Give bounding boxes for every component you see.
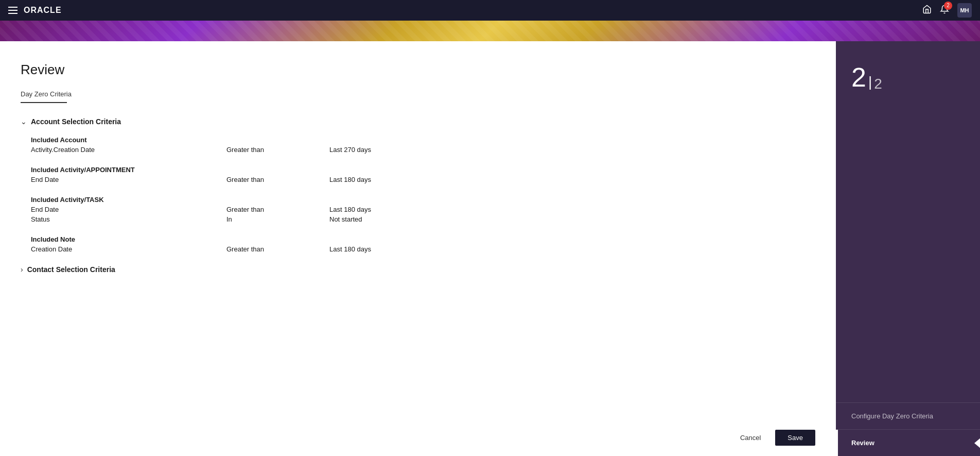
sidebar-item-label: Configure Day Zero Criteria [851, 412, 933, 420]
step-divider: | [868, 74, 872, 90]
included-note-title: Included Note [31, 235, 815, 243]
nav-right: 2 MH [922, 3, 972, 18]
account-criteria-rows: Included Account Activity.Creation Date … [21, 136, 815, 253]
active-arrow-indicator [974, 438, 980, 448]
chevron-down-icon: ⌄ [21, 117, 27, 126]
criteria-operator: Greater than [226, 176, 329, 183]
oracle-logo: ORACLE [24, 6, 62, 15]
included-appointment-title: Included Activity/APPOINTMENT [31, 166, 815, 174]
contact-criteria-title: Contact Selection Criteria [27, 265, 115, 274]
section-label: Day Zero Criteria [21, 90, 815, 98]
criteria-operator: In [226, 215, 329, 223]
account-criteria-title: Account Selection Criteria [31, 117, 121, 126]
criteria-field: End Date [31, 206, 226, 213]
table-row: Creation Date Greater than Last 180 days [31, 245, 815, 253]
main-layout: Review Day Zero Criteria ⌄ Account Selec… [0, 41, 980, 456]
home-icon[interactable] [922, 5, 932, 16]
criteria-value: Not started [329, 215, 815, 223]
footer-buttons: Cancel Save [732, 430, 815, 446]
included-task-group: Included Activity/TASK End Date Greater … [31, 196, 815, 223]
criteria-operator: Greater than [226, 245, 329, 253]
included-task-title: Included Activity/TASK [31, 196, 815, 204]
page-title: Review [21, 62, 815, 78]
right-sidebar: 2|2 Configure Day Zero Criteria Review [836, 41, 980, 456]
notifications-icon[interactable]: 2 [940, 5, 949, 16]
section-underline [21, 102, 67, 103]
criteria-operator: Greater than [226, 206, 329, 213]
criteria-value: Last 270 days [329, 146, 815, 154]
account-criteria-section: ⌄ Account Selection Criteria Included Ac… [21, 117, 815, 253]
sidebar-spacer [836, 103, 980, 402]
table-row: End Date Greater than Last 180 days [31, 206, 815, 213]
sidebar-item-label: Review [851, 439, 874, 447]
sidebar-item-review[interactable]: Review [836, 429, 980, 456]
criteria-operator: Greater than [226, 146, 329, 154]
criteria-value: Last 180 days [329, 206, 815, 213]
user-avatar[interactable]: MH [957, 3, 972, 18]
criteria-value: Last 180 days [329, 245, 815, 253]
criteria-value: Last 180 days [329, 176, 815, 183]
contact-criteria-section: › Contact Selection Criteria [21, 265, 815, 274]
nav-left: ORACLE [8, 6, 62, 15]
account-criteria-header[interactable]: ⌄ Account Selection Criteria [21, 117, 815, 126]
table-row: End Date Greater than Last 180 days [31, 176, 815, 183]
included-account-title: Included Account [31, 136, 815, 144]
criteria-field: Activity.Creation Date [31, 146, 226, 154]
step-number-display: 2|2 [836, 41, 980, 103]
cancel-button[interactable]: Cancel [732, 430, 769, 446]
step-total: 2 [874, 76, 882, 92]
save-button[interactable]: Save [775, 430, 815, 446]
step-current: 2 [851, 62, 866, 92]
content-area: Review Day Zero Criteria ⌄ Account Selec… [0, 41, 836, 456]
notification-badge: 2 [944, 2, 952, 10]
criteria-field: Status [31, 215, 226, 223]
decorative-banner [0, 21, 980, 41]
criteria-field: End Date [31, 176, 226, 183]
contact-criteria-header[interactable]: › Contact Selection Criteria [21, 265, 815, 274]
included-account-group: Included Account Activity.Creation Date … [31, 136, 815, 154]
included-appointment-group: Included Activity/APPOINTMENT End Date G… [31, 166, 815, 183]
included-note-group: Included Note Creation Date Greater than… [31, 235, 815, 253]
chevron-right-icon: › [21, 265, 23, 274]
sidebar-nav-items: Configure Day Zero Criteria Review [836, 402, 980, 456]
criteria-field: Creation Date [31, 245, 226, 253]
top-navigation: ORACLE 2 MH [0, 0, 980, 21]
sidebar-item-configure[interactable]: Configure Day Zero Criteria [836, 402, 980, 429]
table-row: Activity.Creation Date Greater than Last… [31, 146, 815, 154]
table-row: Status In Not started [31, 215, 815, 223]
hamburger-menu[interactable] [8, 7, 18, 14]
